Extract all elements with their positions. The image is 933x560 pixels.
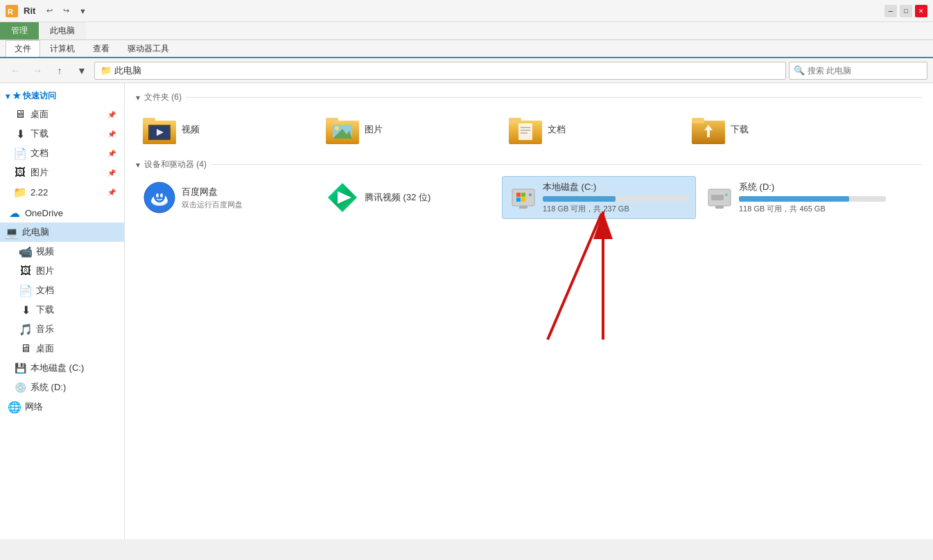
sidebar-label-desktop2: 桌面	[36, 342, 54, 355]
desktop2-nav-icon: 🖥	[19, 342, 32, 355]
app-item-baidu[interactable]: 百度网盘 双击运行百度网盘	[136, 176, 316, 219]
sidebar-item-docs2[interactable]: 📄 文档	[0, 281, 124, 300]
maximize-button[interactable]: □	[900, 5, 912, 17]
quickaccess-header[interactable]: ▾ ★ 快速访问	[0, 87, 124, 105]
pin-icon-docs: 📌	[107, 150, 116, 157]
content-area: ▾ 文件夹 (6)	[125, 83, 933, 539]
redo-button[interactable]: ↪	[59, 4, 73, 18]
sidebar: ▾ ★ 快速访问 🖥 桌面 📌 ⬇ 下载 📌 📄 文档 📌	[0, 83, 125, 539]
pictures2-nav-icon: 🖼	[19, 265, 32, 277]
svg-rect-43	[711, 195, 724, 200]
sidebar-item-network[interactable]: 🌐 网络	[0, 397, 124, 417]
systemd-icon-wrapper	[706, 184, 733, 211]
thispc-icon: 💻	[6, 226, 18, 238]
sidebar-item-downloads2[interactable]: ⬇ 下载	[0, 300, 124, 320]
drive-item-systemd[interactable]: 系统 (D:) 118 GB 可用，共 465 GB	[699, 176, 893, 219]
tab-manage[interactable]: 管理	[0, 22, 39, 40]
pin-icon-folder22: 📌	[107, 189, 116, 196]
quick-access-toolbar: ↩ ↪ ▼	[42, 4, 89, 18]
drive-item-localc[interactable]: 本地磁盘 (C:) 118 GB 可用，共 237 GB	[502, 176, 696, 219]
quickaccess-label: ★ 快速访问	[12, 90, 56, 102]
folder-label-docs: 文档	[548, 123, 566, 136]
svg-point-30	[160, 193, 163, 198]
folder-icon-docs	[509, 113, 542, 146]
tencent-info: 腾讯视频 (32 位)	[365, 191, 492, 204]
sidebar-item-localc[interactable]: 💾 本地磁盘 (C:)	[0, 358, 124, 378]
svg-point-29	[156, 193, 159, 198]
recent-locations[interactable]: ▼	[72, 61, 91, 80]
sidebar-label-docs2: 文档	[36, 284, 54, 297]
address-path[interactable]: 📁 此电脑	[94, 62, 786, 80]
sidebar-label-downloads2: 下载	[36, 304, 54, 316]
devices-divider	[211, 164, 922, 165]
tab-file[interactable]: 文件	[6, 40, 40, 57]
systemd-progress-fill	[739, 196, 849, 202]
folder-item-docs[interactable]: 文档	[502, 109, 682, 150]
close-button[interactable]: ✕	[915, 5, 927, 17]
tab-view[interactable]: 查看	[85, 43, 118, 55]
svg-rect-9	[326, 118, 338, 123]
sidebar-item-onedrive[interactable]: ☁ OneDrive	[0, 203, 124, 222]
sidebar-label-thispc: 此电脑	[22, 226, 49, 238]
svg-point-44	[725, 193, 728, 196]
sidebar-item-docs[interactable]: 📄 文档 📌	[0, 143, 124, 163]
undo-button[interactable]: ↩	[42, 4, 56, 18]
path-thispc[interactable]: 此电脑	[114, 64, 141, 77]
sidebar-label-videos: 视频	[36, 245, 54, 258]
quickaccess-section: ▾ ★ 快速访问 🖥 桌面 📌 ⬇ 下载 📌 📄 文档 📌	[0, 86, 124, 203]
app-item-tencent[interactable]: 腾讯视频 (32 位)	[319, 176, 499, 219]
search-box[interactable]: 🔍	[789, 62, 927, 80]
back-button[interactable]: ←	[6, 61, 25, 80]
folder-item-videos[interactable]: 视频	[136, 109, 316, 150]
tab-computer[interactable]: 计算机	[42, 43, 83, 55]
downloads2-nav-icon: ⬇	[19, 304, 32, 316]
sidebar-item-pictures[interactable]: 🖼 图片 📌	[0, 163, 124, 182]
svg-point-12	[335, 126, 339, 130]
devices-toggle[interactable]: ▾	[136, 160, 140, 170]
sidebar-item-pictures2[interactable]: 🖼 图片	[0, 261, 124, 281]
folder-item-downloads[interactable]: 下载	[685, 109, 865, 150]
sidebar-item-videos[interactable]: 📹 视频	[0, 242, 124, 261]
svg-rect-20	[692, 118, 704, 123]
pictures-icon: 🖼	[14, 166, 26, 179]
sidebar-label-network: 网络	[25, 401, 43, 413]
localc-icon-wrapper	[509, 184, 537, 211]
quickaccess-toggle: ▾	[6, 91, 10, 101]
tab-thispc[interactable]: 此电脑	[39, 22, 86, 40]
localc-name: 本地磁盘 (C:)	[543, 181, 688, 193]
pin-icon-desktop: 📌	[107, 111, 116, 119]
folder-icon-downloads	[692, 113, 725, 146]
folder-label-videos: 视频	[182, 123, 200, 136]
systemd-nav-icon: 💿	[14, 381, 26, 394]
sidebar-item-desktop[interactable]: 🖥 桌面 📌	[0, 105, 124, 124]
sidebar-item-music[interactable]: 🎵 音乐	[0, 320, 124, 339]
downloads-icon: ⬇	[14, 128, 26, 140]
svg-rect-35	[516, 193, 521, 197]
sidebar-item-downloads[interactable]: ⬇ 下载 📌	[0, 124, 124, 143]
folders-section-label: 文件夹 (6)	[144, 91, 182, 103]
sidebar-item-folder22[interactable]: 📁 2.22 📌	[0, 182, 124, 202]
sidebar-label-systemd: 系统 (D:)	[30, 381, 66, 394]
pin-icon-pictures: 📌	[107, 169, 116, 177]
svg-rect-15	[518, 123, 532, 140]
title-bar: R Rit ↩ ↪ ▼ ─ □ ✕	[0, 0, 933, 22]
baidu-info: 百度网盘 双击运行百度网盘	[182, 186, 309, 210]
sidebar-item-systemd[interactable]: 💿 系统 (D:)	[0, 378, 124, 397]
drives-grid: 百度网盘 双击运行百度网盘	[136, 176, 922, 219]
sidebar-label-onedrive: OneDrive	[25, 208, 63, 218]
minimize-button[interactable]: ─	[884, 5, 897, 17]
qat-dropdown[interactable]: ▼	[76, 4, 89, 18]
baidu-name: 百度网盘	[182, 186, 309, 198]
svg-rect-4	[143, 118, 155, 123]
sidebar-item-thispc[interactable]: 💻 此电脑	[0, 222, 124, 242]
folder-item-pictures[interactable]: 图片	[319, 109, 499, 150]
music-nav-icon: 🎵	[19, 323, 32, 335]
folders-toggle[interactable]: ▾	[136, 93, 140, 103]
sidebar-item-desktop2[interactable]: 🖥 桌面	[0, 339, 124, 358]
tab-drive-tools[interactable]: 驱动器工具	[119, 43, 177, 55]
docs2-nav-icon: 📄	[19, 284, 32, 297]
search-input[interactable]	[808, 66, 923, 76]
up-button[interactable]: ↑	[50, 61, 69, 80]
svg-rect-37	[516, 198, 521, 202]
forward-button[interactable]: →	[28, 61, 47, 80]
